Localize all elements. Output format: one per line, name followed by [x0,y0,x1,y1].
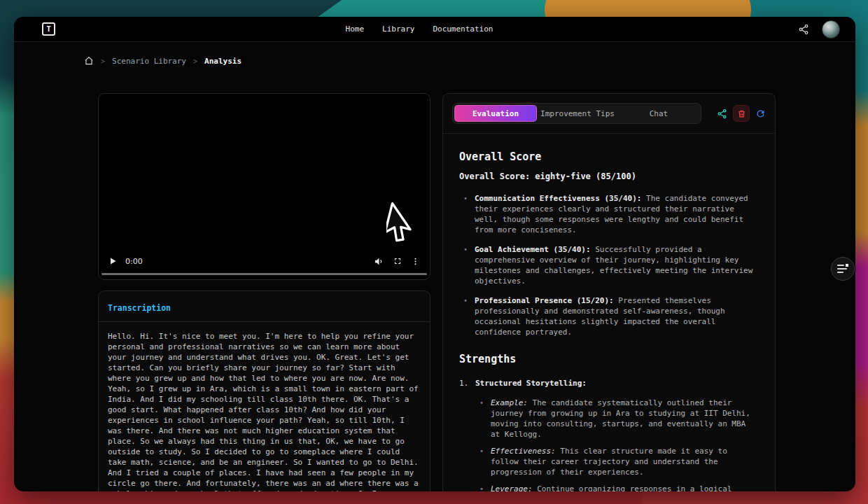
panel-actions [717,105,766,122]
breadcrumb-analysis: Analysis [204,57,241,66]
list-edit-icon [837,265,848,273]
nav-links: Home Library Documentation [346,24,493,34]
video-current-time: 0:00 [125,257,143,266]
list-item: Goal Achievement (35/40): Successfully p… [459,244,755,286]
app-window: T Home Library Documentation > Scenario … [14,17,855,491]
refresh-icon[interactable] [755,108,766,119]
bullet-lead: Goal Achievement (35/40): [475,245,591,254]
video-seekbar[interactable] [102,273,427,275]
list-item: Leverage: Continue organizing responses … [475,484,755,491]
transcription-header: Transcription [99,291,430,322]
list-item: Professional Presence (15/20): Presented… [459,295,755,337]
navbar-right [798,20,840,38]
fullscreen-icon[interactable] [393,256,402,266]
strength-title: Structured Storytelling: [475,378,587,388]
breadcrumb-separator: > [193,57,197,65]
video-player[interactable]: 0:00 [98,93,430,280]
strength-number: 1. [459,378,475,388]
nav-item-home[interactable]: Home [346,24,365,34]
home-icon[interactable] [84,56,94,66]
transcription-card: Transcription Hello. Hi. It's nice to me… [98,290,430,491]
transcription-title: Transcription [108,303,171,313]
point-text: The candidate systematically outlined th… [491,398,750,439]
trash-icon[interactable] [733,105,750,122]
nav-item-documentation[interactable]: Documentation [433,24,493,34]
breadcrumb: > Scenario Library > Analysis [84,56,241,66]
top-navbar: T Home Library Documentation [14,17,855,42]
point-lead: Example: [491,398,528,407]
overall-score-heading: Overall Score [459,152,755,162]
nav-item-library[interactable]: Library [382,24,414,34]
share-icon[interactable] [798,24,809,35]
panel-header: Evaluation Improvement Tips Chat [443,94,775,134]
breadcrumb-scenario-library[interactable]: Scenario Library [112,57,186,66]
more-options-icon[interactable] [411,257,420,266]
volume-icon[interactable] [374,256,384,267]
list-item: Example: The candidate systematically ou… [475,398,755,440]
evaluation-content: Overall Score Overall Score: eighty-five… [443,134,775,491]
transcription-text: Hello. Hi. It's nice to meet you. I'm he… [99,322,430,491]
user-avatar[interactable] [822,20,840,38]
strength-points: Example: The candidate systematically ou… [475,398,755,491]
score-bullet-list: Communication Effectiveness (35/40): The… [459,193,755,337]
play-icon[interactable] [108,257,117,265]
video-controls: 0:00 [99,252,430,270]
strengths-heading: Strengths [459,354,755,365]
tab-evaluation[interactable]: Evaluation [454,105,537,122]
point-lead: Effectiveness: [491,447,556,456]
app-logo[interactable]: T [42,22,55,36]
point-lead: Leverage: [491,484,533,491]
bullet-lead: Communication Effectiveness (35/40): [475,194,641,203]
list-item: Effectiveness: This clear structure made… [475,446,755,477]
panel-toggle-button[interactable] [831,257,855,281]
tab-chat[interactable]: Chat [618,105,699,122]
tab-improvement-tips[interactable]: Improvement Tips [537,105,618,122]
analysis-panel: Evaluation Improvement Tips Chat [442,93,776,491]
list-item: Communication Effectiveness (35/40): The… [459,193,755,235]
strength-item: 1. Structured Storytelling: [459,378,755,388]
bullet-lead: Professional Presence (15/20): [475,296,614,305]
overall-score-value: Overall Score: eighty-five (85/100) [459,172,755,182]
panel-tabbar: Evaluation Improvement Tips Chat [452,103,701,124]
breadcrumb-separator: > [101,57,105,65]
share-icon[interactable] [717,108,727,119]
